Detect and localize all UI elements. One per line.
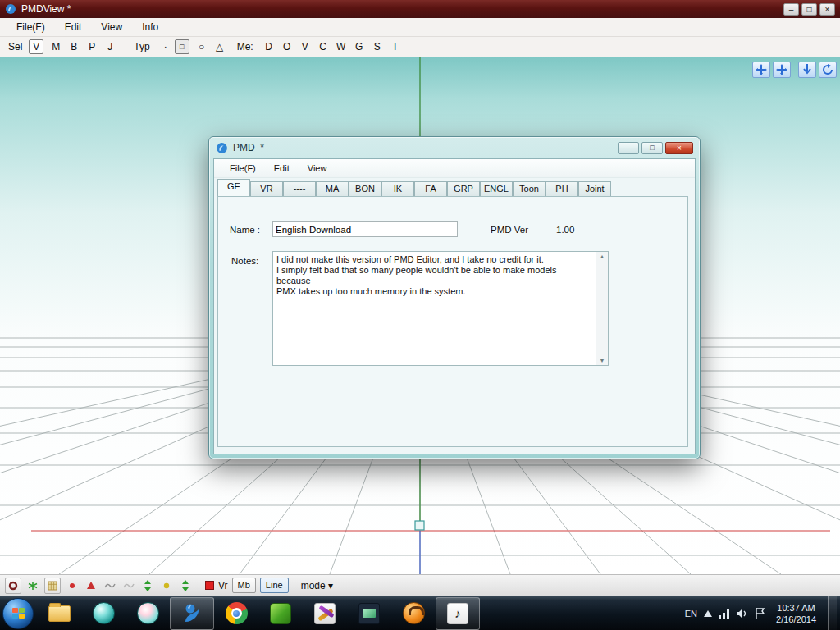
arrows-vertical-icon-2[interactable] <box>178 578 193 594</box>
move-cross-icon <box>776 64 788 75</box>
taskbar-item-music[interactable]: ♪ <box>436 597 480 630</box>
me-s-button[interactable]: S <box>368 41 386 52</box>
notes-textarea[interactable]: I did not make this version of PMD Edito… <box>272 251 609 366</box>
chrome-icon <box>226 602 248 624</box>
tab-grp[interactable]: GRP <box>447 181 480 196</box>
shape-triangle-button[interactable]: △ <box>211 41 229 52</box>
notes-scrollbar[interactable]: ▲ ▼ <box>596 252 608 365</box>
menu-edit[interactable]: Edit <box>55 19 92 35</box>
pan-button[interactable] <box>752 62 770 78</box>
arrows-vertical-icon[interactable] <box>140 578 155 594</box>
tab-bon[interactable]: BON <box>349 181 381 196</box>
dialog-close-button[interactable]: × <box>665 142 693 154</box>
asterisk-icon[interactable] <box>25 578 40 594</box>
me-w-button[interactable]: W <box>332 41 350 52</box>
maximize-button[interactable]: □ <box>801 3 817 16</box>
notes-label: Notes: <box>231 256 258 266</box>
tab-fa[interactable]: FA <box>414 181 447 196</box>
me-d-button[interactable]: D <box>260 41 278 52</box>
me-t-button[interactable]: T <box>386 41 404 52</box>
tab-ge[interactable]: GE <box>217 179 250 196</box>
shape-square-button[interactable]: □ <box>175 39 189 54</box>
avatar-icon <box>93 602 115 624</box>
mb-toggle-button[interactable]: Mb <box>232 578 256 593</box>
vr-color-swatch[interactable] <box>205 581 214 590</box>
dialog-body: File(F) Edit View GE VR ---- MA BON IK F… <box>213 158 696 454</box>
taskbar-item-explorer[interactable] <box>37 597 81 630</box>
target-icon[interactable] <box>5 578 21 594</box>
sel-label: Sel <box>8 41 22 52</box>
network-icon[interactable] <box>719 609 730 619</box>
menu-file[interactable]: File(F) <box>7 19 55 35</box>
tab-engl[interactable]: ENGL <box>480 181 513 196</box>
sel-p-button[interactable]: P <box>83 41 101 52</box>
sel-m-button[interactable]: M <box>47 41 65 52</box>
show-desktop-button[interactable] <box>828 596 837 630</box>
sel-v-button[interactable]: V <box>29 39 43 54</box>
me-label: Me: <box>237 41 253 52</box>
wave-icon[interactable] <box>103 578 117 594</box>
taskbar-item-avatar-2[interactable] <box>126 597 170 630</box>
triangle-icon[interactable] <box>84 578 98 594</box>
tab-ph[interactable]: PH <box>546 181 578 196</box>
close-button[interactable]: × <box>819 3 835 16</box>
scroll-down-icon[interactable]: ▼ <box>600 358 605 363</box>
tab-dashes[interactable]: ---- <box>283 181 316 196</box>
tab-joint[interactable]: Joint <box>578 181 611 196</box>
dialog-maximize-button[interactable]: □ <box>641 142 663 154</box>
shape-circle-button[interactable]: ○ <box>193 41 211 52</box>
pmd-dialog: PMD * – □ × File(F) Edit View GE VR ----… <box>208 136 701 459</box>
origin-handle <box>415 521 424 530</box>
rotate-button[interactable] <box>819 62 837 78</box>
sel-b-button[interactable]: B <box>65 41 83 52</box>
taskbar-item-pmd-editor[interactable] <box>170 597 214 630</box>
sel-j-button[interactable]: J <box>101 41 119 52</box>
taskbar-item-paint[interactable] <box>303 597 347 630</box>
app-icon <box>5 3 16 15</box>
mode-dropdown[interactable]: mode ▾ <box>301 580 333 591</box>
main-toolbar: Sel V M B P J Typ · □ ○ △ Me: D O V C W … <box>0 37 840 57</box>
move-button[interactable] <box>773 62 791 78</box>
line-toggle-button[interactable]: Line <box>260 578 289 593</box>
zoom-button[interactable] <box>798 62 816 78</box>
dot-icon[interactable] <box>65 578 80 594</box>
minimize-button[interactable]: – <box>783 3 799 16</box>
taskbar-item-audio[interactable] <box>391 597 436 630</box>
dialog-menu-edit[interactable]: Edit <box>265 161 299 176</box>
dialog-minimize-button[interactable]: – <box>618 142 639 154</box>
me-g-button[interactable]: G <box>350 41 368 52</box>
dialog-menubar: File(F) Edit View <box>214 159 695 178</box>
action-center-flag-icon[interactable] <box>755 608 765 619</box>
me-v-button[interactable]: V <box>296 41 314 52</box>
tab-ma[interactable]: MA <box>316 181 349 196</box>
taskbar-item-game[interactable] <box>347 597 391 630</box>
main-titlebar[interactable]: PMDView * – □ × <box>0 0 840 18</box>
grid-icon[interactable] <box>44 578 61 594</box>
tab-toon[interactable]: Toon <box>513 181 546 196</box>
scroll-up-icon[interactable]: ▲ <box>600 253 605 259</box>
dialog-menu-file[interactable]: File(F) <box>221 161 265 176</box>
start-button[interactable] <box>2 598 34 629</box>
name-label: Name : <box>230 225 260 235</box>
flower-icon[interactable] <box>159 578 174 594</box>
clock[interactable]: 10:37 AM 2/16/2014 <box>771 602 821 625</box>
pmd-ver-label: PMD Ver <box>491 225 528 235</box>
wave-icon-2[interactable] <box>121 578 136 594</box>
taskbar-item-media-app[interactable] <box>258 597 303 630</box>
tab-ik[interactable]: IK <box>381 181 414 196</box>
language-indicator[interactable]: EN <box>685 609 697 619</box>
volume-icon[interactable] <box>737 609 748 619</box>
menu-info[interactable]: Info <box>132 19 168 35</box>
menu-view[interactable]: View <box>91 19 132 35</box>
dialog-titlebar[interactable]: PMD * – □ × <box>209 137 700 158</box>
me-c-button[interactable]: C <box>314 41 332 52</box>
dialog-menu-view[interactable]: View <box>299 161 336 176</box>
tab-vr[interactable]: VR <box>250 181 283 196</box>
taskbar-item-avatar-1[interactable] <box>81 597 126 630</box>
clock-time: 10:37 AM <box>776 602 816 614</box>
show-hidden-icons-button[interactable] <box>704 610 712 617</box>
name-input[interactable] <box>272 221 458 237</box>
clock-date: 2/16/2014 <box>776 614 816 625</box>
me-o-button[interactable]: O <box>278 41 296 52</box>
taskbar-item-chrome[interactable] <box>214 597 258 630</box>
